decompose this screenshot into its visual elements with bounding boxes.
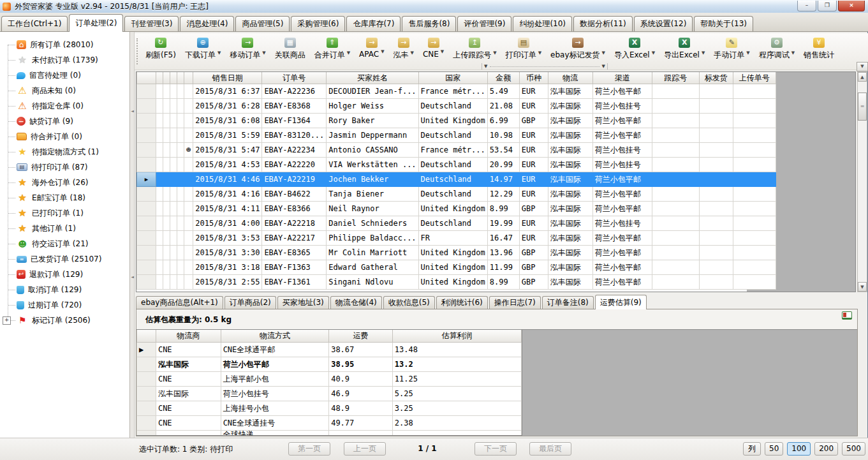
shipping-row[interactable]: CNE上海挂号小包48.93.25 xyxy=(137,401,522,416)
sidebar-splitter[interactable]: ◄ ◄ xyxy=(130,32,135,438)
toolbar-button[interactable]: →CNE▼ xyxy=(423,38,444,59)
order-row[interactable]: 2015/8/31 2:55EBAY-F1361Singani NdlovuUn… xyxy=(137,275,776,290)
column-header[interactable] xyxy=(163,72,170,84)
chevron-down-icon[interactable]: ▼ xyxy=(411,50,414,56)
order-row[interactable]: 2015/8/31 5:59EBAY-83120...Jasmin Depper… xyxy=(137,128,776,143)
order-row[interactable]: 2015/8/31 6:28EBAY-E8368Holger WeissDeut… xyxy=(137,99,776,114)
chevron-down-icon[interactable]: ▼ xyxy=(652,50,655,56)
toolbar-grip[interactable] xyxy=(136,38,138,64)
book-icon[interactable] xyxy=(842,311,852,320)
column-header[interactable] xyxy=(137,330,156,343)
order-row[interactable]: 2015/8/31 6:37EBAY-A22236DECOUDIER Jean-… xyxy=(137,84,776,99)
column-header[interactable]: 运费 xyxy=(329,330,393,343)
row-selector[interactable] xyxy=(137,99,156,114)
chevron-down-icon[interactable]: ▼ xyxy=(602,64,605,69)
close-button[interactable]: × xyxy=(838,1,865,11)
app-tab[interactable]: 商品管理(5) xyxy=(235,16,290,31)
chevron-down-icon[interactable]: ▼ xyxy=(484,64,487,69)
toolbar-button[interactable]: ⚙程序调试▼ xyxy=(759,38,795,61)
column-header[interactable]: 买家姓名 xyxy=(327,72,418,84)
chevron-down-icon[interactable]: ▼ xyxy=(441,49,444,54)
column-header[interactable]: 订单号 xyxy=(262,72,327,84)
order-row[interactable]: 2015/8/31 3:30EBAY-E8365Mr Colin Marriot… xyxy=(137,246,776,260)
app-tab[interactable]: 采购管理(6) xyxy=(291,16,345,31)
column-header[interactable] xyxy=(184,72,193,84)
splitter-collapse-icon[interactable]: ◄ xyxy=(130,108,135,113)
app-tab[interactable]: 系统设置(12) xyxy=(634,16,693,31)
page-size-button-列[interactable]: 列 xyxy=(743,442,761,456)
app-tab[interactable]: 订单处理(2) xyxy=(69,14,123,32)
chevron-down-icon[interactable]: ▼ xyxy=(347,50,350,56)
sidebar-item[interactable]: 过期订单 (720) xyxy=(0,297,129,313)
app-tab[interactable]: 仓库库存(7) xyxy=(346,16,401,31)
row-selector[interactable] xyxy=(137,372,156,387)
order-row[interactable]: 2015/8/31 4:53EBAY-A22220VIA Werkstätten… xyxy=(137,158,776,172)
row-selector[interactable] xyxy=(137,416,156,431)
row-selector[interactable] xyxy=(137,187,156,202)
sidebar-item[interactable]: −缺货订单 (9) xyxy=(0,114,129,129)
column-header[interactable]: 物流 xyxy=(548,72,592,84)
sidebar-item[interactable]: ⌂所有订单 (28010) xyxy=(0,37,129,52)
sidebar-item[interactable]: ★海外仓订单 (26) xyxy=(0,175,129,190)
chevron-down-icon[interactable]: ▼ xyxy=(493,50,496,56)
app-tab[interactable]: 工作台(Ctrl+1) xyxy=(1,16,68,31)
order-row[interactable]: ☻2015/8/31 5:47EBAY-A22234Antonio CASSAN… xyxy=(137,143,776,158)
row-selector[interactable] xyxy=(137,158,156,172)
sidebar-item[interactable]: +⚑标记订单 (2506) xyxy=(0,313,129,328)
detail-tab[interactable]: 操作日志(7) xyxy=(489,296,541,309)
sidebar-item[interactable]: ↩退款订单 (129) xyxy=(0,267,129,282)
sidebar-item[interactable]: 取消订单 (129) xyxy=(0,282,129,297)
orders-vertical-scrollbar[interactable]: ▲ ≡ ▼ xyxy=(857,71,867,292)
column-header[interactable] xyxy=(156,72,163,84)
toolbar-button[interactable]: X导出Excel▼ xyxy=(664,38,705,61)
scroll-down-icon[interactable]: ▼ xyxy=(858,282,867,292)
shipping-row[interactable]: CNECNE全球通挂号49.772.38 xyxy=(137,416,522,431)
column-header[interactable] xyxy=(177,72,184,84)
toolbar-button[interactable]: X导入Excel▼ xyxy=(614,38,655,61)
column-header[interactable]: 上传单号 xyxy=(733,72,776,84)
app-tab[interactable]: 刊登管理(3) xyxy=(124,16,179,31)
row-selector[interactable] xyxy=(137,260,156,275)
toolbar-button[interactable]: →APAC▼ xyxy=(359,38,384,59)
sidebar-item[interactable]: ☻待交运订单 (21) xyxy=(0,236,129,251)
toolbar-more-strip[interactable]: ▼ ▼ xyxy=(482,63,608,70)
first-page-button[interactable]: 第一页 xyxy=(288,442,330,456)
column-header[interactable]: 金额 xyxy=(487,72,519,84)
sidebar-item[interactable]: ★已打印订单 (1) xyxy=(0,205,129,221)
minimize-button[interactable]: – xyxy=(797,1,816,11)
app-tab[interactable]: 消息处理(4) xyxy=(180,16,234,31)
app-tab[interactable]: 帮助关于(13) xyxy=(694,16,753,31)
sidebar-item[interactable]: ▤待打印订单 (87) xyxy=(0,160,129,175)
column-header[interactable]: 标发货 xyxy=(699,72,733,84)
sidebar-item[interactable]: ⚠待指定仓库 (0) xyxy=(0,98,129,114)
sidebar-item[interactable]: ★待指定物流方式 (1) xyxy=(0,144,129,160)
column-header[interactable] xyxy=(170,72,177,84)
app-tab[interactable]: 评价管理(9) xyxy=(457,16,511,31)
shipping-row[interactable]: 泓丰国际荷兰小包平邮38.9513.2 xyxy=(137,357,522,372)
column-header[interactable]: 销售日期 xyxy=(193,72,262,84)
row-selector[interactable] xyxy=(137,275,156,290)
row-selector[interactable] xyxy=(137,202,156,216)
detail-tab[interactable]: 物流仓储(4) xyxy=(330,296,382,309)
last-page-button[interactable]: 最后页 xyxy=(529,442,571,456)
column-header[interactable] xyxy=(137,72,156,84)
scrollbar-thumb[interactable]: ≡ xyxy=(858,93,867,121)
row-selector[interactable] xyxy=(137,216,156,231)
column-header[interactable]: 渠道 xyxy=(592,72,652,84)
order-row[interactable]: 2015/8/31 3:53EBAY-A22217Philippe Baldac… xyxy=(137,231,776,246)
toolbar-button[interactable]: ¥销售统计 xyxy=(804,38,834,61)
sidebar-item[interactable]: 待合并订单 (0) xyxy=(0,129,129,144)
order-row[interactable]: 2015/8/31 3:18EBAY-F1363Edward GatheralU… xyxy=(137,260,776,275)
shipping-row[interactable]: CNE上海平邮小包40.911.25 xyxy=(137,372,522,387)
page-size-button-50[interactable]: 50 xyxy=(765,442,783,456)
toolbar-button[interactable]: ⇑合并订单▼ xyxy=(314,38,350,61)
detail-tab[interactable]: 运费估算(9) xyxy=(595,295,647,309)
detail-tab[interactable]: 买家地址(3) xyxy=(277,296,329,309)
toolbar-button[interactable]: ▦关联商品 xyxy=(275,38,305,61)
chevron-down-icon[interactable]: ▼ xyxy=(381,49,384,54)
sidebar-item[interactable]: ★未付款订单 (1739) xyxy=(0,52,129,68)
maximize-button[interactable]: ❐ xyxy=(818,1,837,11)
toolbar-button[interactable]: →ebay标记发货▼ xyxy=(550,38,605,61)
sidebar-item[interactable]: ★其他订单 (1) xyxy=(0,221,129,236)
shipping-row[interactable]: ▶CNECNE全球通平邮38.6713.48 xyxy=(137,343,522,357)
